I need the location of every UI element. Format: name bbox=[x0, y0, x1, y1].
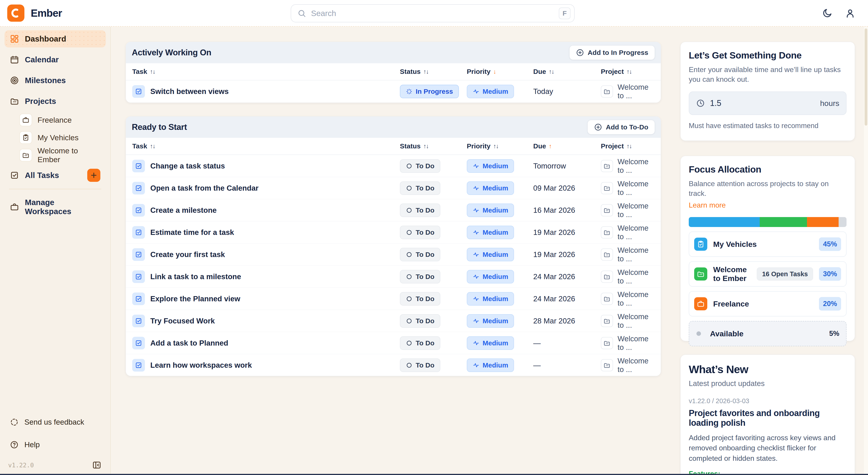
add-to-todo-button[interactable]: Add to To-Do bbox=[587, 120, 655, 134]
task-label: Explore the Planned view bbox=[150, 295, 240, 303]
task-icon bbox=[132, 270, 145, 283]
table-row[interactable]: Create a milestoneTo DoMedium16 Mar 2026… bbox=[126, 199, 661, 222]
due-cell: 19 Mar 2026 bbox=[533, 250, 601, 259]
folder-icon bbox=[694, 267, 707, 280]
clipboard-icon bbox=[20, 131, 32, 144]
focus-row-percent-badge: 30% bbox=[819, 267, 841, 281]
add-task-button[interactable] bbox=[87, 169, 100, 182]
project-folder-icon bbox=[601, 315, 613, 327]
table-row[interactable]: Create your first taskTo DoMedium19 Mar … bbox=[126, 243, 661, 266]
sort-icon: ↑↓ bbox=[493, 143, 498, 150]
due-cell: Today bbox=[533, 87, 601, 96]
status-badge[interactable]: To Do bbox=[400, 248, 440, 261]
focus-row-available[interactable]: Available5% bbox=[689, 321, 846, 346]
task-label: Try Focused Work bbox=[150, 317, 215, 325]
table-row[interactable]: Link a task to a milestoneTo DoMedium24 … bbox=[126, 266, 661, 288]
priority-badge[interactable]: Medium bbox=[467, 226, 514, 239]
recommend-note: Must have estimated tasks to recommend bbox=[689, 122, 846, 130]
status-badge[interactable]: To Do bbox=[400, 270, 440, 283]
sort-icon: ↑↓ bbox=[423, 68, 429, 75]
status-badge[interactable]: To Do bbox=[400, 336, 440, 350]
sort-icon: ↑↓ bbox=[627, 143, 632, 150]
focus-row-freelance[interactable]: Freelance20% bbox=[689, 291, 846, 316]
column-header-project[interactable]: Project↑↓ bbox=[601, 68, 654, 75]
add-to-in-progress-button[interactable]: Add to In Progress bbox=[569, 45, 655, 60]
sidebar-project-my-vehicles[interactable]: My Vehicles bbox=[20, 130, 101, 145]
priority-badge[interactable]: Medium bbox=[467, 181, 514, 195]
sidebar-item-all-tasks[interactable]: All Tasks bbox=[4, 167, 106, 184]
priority-badge[interactable]: Medium bbox=[467, 359, 514, 372]
sidebar-item-dashboard[interactable]: Dashboard bbox=[4, 30, 106, 47]
status-badge[interactable]: To Do bbox=[400, 181, 440, 195]
release-meta: v1.22.0 / 2026-03-03 bbox=[689, 397, 846, 405]
priority-badge[interactable]: Medium bbox=[467, 248, 514, 261]
page-scrollbar[interactable] bbox=[864, 27, 868, 474]
table-body: Switch between viewsIn ProgressMediumTod… bbox=[126, 80, 661, 103]
project-label: Welcome to ... bbox=[618, 179, 654, 197]
status-badge[interactable]: To Do bbox=[400, 314, 440, 328]
table-row[interactable]: Learn how workspaces workTo DoMedium—Wel… bbox=[126, 354, 661, 376]
learn-more-link[interactable]: Learn more bbox=[689, 201, 726, 209]
hours-input[interactable]: 1.5 hours bbox=[689, 92, 846, 115]
sidebar-item-help[interactable]: Help bbox=[4, 438, 106, 452]
column-header-status[interactable]: Status↑↓ bbox=[400, 142, 467, 150]
column-header-task[interactable]: Task↑↓ bbox=[132, 68, 400, 75]
status-badge[interactable]: To Do bbox=[400, 226, 440, 239]
task-label: Change a task status bbox=[150, 162, 225, 170]
task-icon bbox=[132, 204, 145, 216]
priority-badge[interactable]: Medium bbox=[467, 85, 514, 98]
priority-badge[interactable]: Medium bbox=[467, 204, 514, 217]
status-badge[interactable]: To Do bbox=[400, 359, 440, 372]
table-row[interactable]: Try Focused WorkTo DoMedium28 Mar 2026We… bbox=[126, 310, 661, 332]
table-row[interactable]: Change a task statusTo DoMediumTomorrowW… bbox=[126, 155, 661, 177]
table-row[interactable]: Open a task from the CalendarTo DoMedium… bbox=[126, 177, 661, 199]
top-bar: Ember Search F bbox=[0, 0, 868, 27]
collapse-sidebar-button[interactable] bbox=[91, 460, 102, 471]
scrollbar-thumb[interactable] bbox=[865, 29, 867, 126]
column-header-project[interactable]: Project↑↓ bbox=[601, 142, 654, 150]
focus-row-welcome-to-ember[interactable]: Welcome to Ember16 Open Tasks30% bbox=[689, 261, 846, 286]
task-icon bbox=[132, 182, 145, 195]
column-header-priority[interactable]: Priority↓ bbox=[467, 68, 533, 75]
target-icon bbox=[10, 76, 19, 85]
priority-badge[interactable]: Medium bbox=[467, 336, 514, 350]
priority-badge[interactable]: Medium bbox=[467, 270, 514, 283]
dark-mode-toggle[interactable] bbox=[820, 6, 834, 20]
column-header-status[interactable]: Status↑↓ bbox=[400, 68, 467, 75]
section-actively-working-on: Actively Working On Add to In Progress T… bbox=[126, 42, 661, 103]
priority-badge[interactable]: Medium bbox=[467, 292, 514, 306]
sidebar-project-freelance[interactable]: Freelance bbox=[20, 112, 101, 127]
due-cell: 24 Mar 2026 bbox=[533, 272, 601, 281]
priority-badge[interactable]: Medium bbox=[467, 314, 514, 328]
sidebar-item-milestones[interactable]: Milestones bbox=[4, 72, 106, 89]
user-menu-button[interactable] bbox=[843, 6, 857, 20]
column-header-due[interactable]: Due↑↓ bbox=[533, 68, 601, 75]
search-input[interactable]: Search F bbox=[291, 4, 575, 22]
project-folder-icon bbox=[601, 337, 613, 349]
checksquare-icon bbox=[10, 171, 19, 180]
column-header-due[interactable]: Due↑ bbox=[533, 142, 601, 150]
table-row[interactable]: Estimate time for a taskTo DoMedium19 Ma… bbox=[126, 222, 661, 243]
window-bottom-edge bbox=[0, 474, 868, 475]
focus-row-my-vehicles[interactable]: My Vehicles45% bbox=[689, 232, 846, 257]
sidebar-item-calendar[interactable]: Calendar bbox=[4, 51, 106, 68]
sidebar-item-projects[interactable]: Projects bbox=[4, 93, 106, 110]
sidebar-item-manage-workspaces[interactable]: Manage Workspaces bbox=[4, 198, 106, 215]
due-cell: 09 Mar 2026 bbox=[533, 184, 601, 193]
priority-badge[interactable]: Medium bbox=[467, 159, 514, 173]
status-badge[interactable]: To Do bbox=[400, 204, 440, 217]
table-row[interactable]: Switch between viewsIn ProgressMediumTod… bbox=[126, 80, 661, 103]
sidebar-item-feedback[interactable]: Send us feedback bbox=[4, 415, 106, 429]
task-label: Open a task from the Calendar bbox=[150, 184, 258, 193]
focus-allocation-card: Focus Allocation Balance attention acros… bbox=[680, 156, 855, 341]
table-row[interactable]: Add a task to PlannedTo DoMedium—Welcome… bbox=[126, 332, 661, 354]
project-label: Welcome to ... bbox=[618, 357, 654, 374]
column-header-priority[interactable]: Priority↑↓ bbox=[467, 142, 533, 150]
column-header-task[interactable]: Task↑↓ bbox=[132, 142, 400, 150]
table-row[interactable]: Explore the Planned viewTo DoMedium24 Ma… bbox=[126, 288, 661, 310]
status-badge[interactable]: In Progress bbox=[400, 85, 459, 98]
status-badge[interactable]: To Do bbox=[400, 159, 440, 173]
open-tasks-badge: 16 Open Tasks bbox=[757, 267, 813, 280]
status-badge[interactable]: To Do bbox=[400, 292, 440, 306]
sidebar-project-welcome-to-ember[interactable]: Welcome to Ember bbox=[20, 148, 101, 163]
